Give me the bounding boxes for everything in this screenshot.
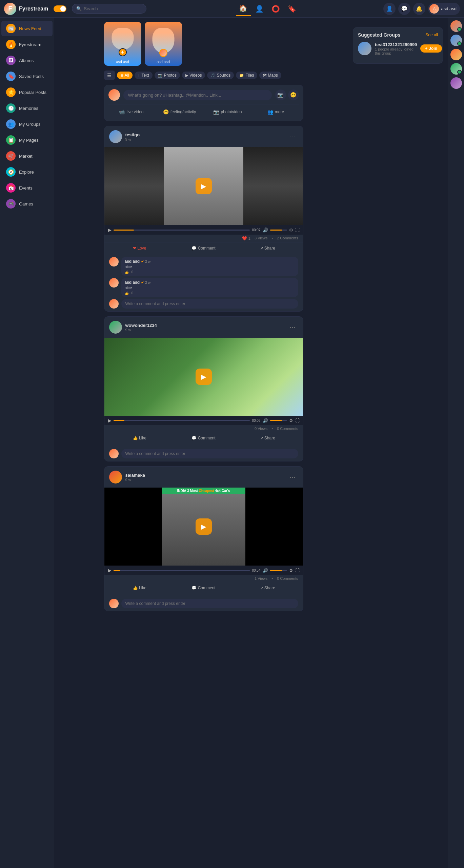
fullscreen-icon-0[interactable]: ⛶ xyxy=(295,228,300,233)
video-controls-2: ▶ 00:54 🔊 ⚙ ⛶ xyxy=(104,566,303,575)
sidebar-item-mygroups[interactable]: 👥 My Groups xyxy=(1,116,53,132)
comment-button-2[interactable]: 💬 Comment xyxy=(172,584,236,592)
filter-videos[interactable]: ▶ Videos xyxy=(182,72,205,79)
filter-files[interactable]: 📁 Files xyxy=(236,72,257,79)
volume-bar-1[interactable] xyxy=(270,420,287,421)
like-button-1[interactable]: 👍 Like xyxy=(108,434,172,442)
comment-likes-count-0-0: 0 xyxy=(132,270,134,274)
fullscreen-icon-2[interactable]: ⛶ xyxy=(295,568,300,573)
sidebar-item-albums[interactable]: 🖼 Albums xyxy=(1,53,53,68)
post-more-button-1[interactable]: ⋯ xyxy=(287,322,298,332)
progress-bar-0[interactable] xyxy=(114,230,250,231)
sg-see-all[interactable]: See all xyxy=(425,33,438,37)
search-bar[interactable]: 🔍 xyxy=(72,4,146,14)
post-video-1[interactable]: ▶ xyxy=(104,338,303,416)
nav-home-button[interactable]: 🏠 xyxy=(236,1,251,16)
filter-sounds[interactable]: 🎵 Sounds xyxy=(207,72,234,79)
comment-like-0-1[interactable]: 👍 xyxy=(125,291,129,295)
games-icon: 🎮 xyxy=(6,199,16,209)
composer-emoji-button[interactable]: 😊 xyxy=(288,90,299,100)
post-more-button-0[interactable]: ⋯ xyxy=(287,132,298,142)
settings-icon-0[interactable]: ⚙ xyxy=(289,228,293,233)
mini-avatar-3[interactable] xyxy=(450,63,462,75)
love-button-0[interactable]: ❤ Love xyxy=(108,244,172,253)
sidebar-item-memories[interactable]: 🕐 Memories xyxy=(1,100,53,116)
post-meta-2: salamaka 9 w xyxy=(125,473,283,482)
share-button-0[interactable]: ↗ Share xyxy=(236,244,300,253)
nav-bookmarks-button[interactable]: 🔖 xyxy=(285,1,300,16)
comment-like-0-0[interactable]: 👍 xyxy=(125,270,129,274)
post-video-0[interactable]: ▶ xyxy=(104,147,303,225)
filter-menu-button[interactable]: ☰ xyxy=(104,71,115,80)
fullscreen-icon-1[interactable]: ⛶ xyxy=(295,418,300,423)
search-input[interactable] xyxy=(84,6,142,11)
composer-more[interactable]: 👥 more xyxy=(253,107,299,117)
nav-explore-button[interactable]: ⭕ xyxy=(268,1,283,16)
composer-photo-video[interactable]: 📷 photo/video xyxy=(205,107,251,117)
sidebar-item-market[interactable]: 🛒 Market xyxy=(1,148,53,164)
volume-icon-1[interactable]: 🔊 xyxy=(263,418,268,423)
volume-bar-2[interactable] xyxy=(270,570,287,571)
progress-bar-1[interactable] xyxy=(114,420,250,421)
mini-avatar-4[interactable] xyxy=(450,77,462,89)
profile-icon-button[interactable]: 👤 xyxy=(383,3,396,15)
sidebar-label-newsfeed: News Feed xyxy=(19,26,41,31)
volume-bar-0[interactable] xyxy=(270,230,287,231)
comment-row-0-1: asd asd ✔ 2 w nice 👍 0 xyxy=(109,278,298,297)
messages-icon-button[interactable]: 💬 xyxy=(398,3,410,15)
share-button-1[interactable]: ↗ Share xyxy=(236,434,300,442)
share-button-2[interactable]: ↗ Share xyxy=(236,584,300,592)
composer-camera-button[interactable]: 📷 xyxy=(275,90,286,100)
post-actions-0: ❤ Love 💬 Comment ↗ Share xyxy=(104,242,303,254)
theme-toggle[interactable] xyxy=(54,5,66,12)
composer-feeling[interactable]: 😊 feeling/activity xyxy=(157,107,203,117)
play-pause-button-2[interactable]: ▶ xyxy=(108,568,112,573)
comment-input-2[interactable] xyxy=(121,599,298,608)
logo-icon: F xyxy=(4,3,16,15)
comment-input-row-2 xyxy=(109,599,298,608)
feeling-icon: 😊 xyxy=(163,109,169,115)
mini-avatar-1[interactable] xyxy=(450,35,462,46)
sidebar-item-games[interactable]: 🎮 Games xyxy=(1,196,53,212)
composer-live-video[interactable]: 📹 live video xyxy=(108,107,155,117)
mini-avatar-0[interactable] xyxy=(450,20,462,32)
nav-friends-button[interactable]: 👤 xyxy=(252,1,267,16)
settings-icon-2[interactable]: ⚙ xyxy=(289,568,293,573)
mini-avatar-2[interactable] xyxy=(450,49,462,60)
volume-icon-0[interactable]: 🔊 xyxy=(263,228,268,233)
post-more-button-2[interactable]: ⋯ xyxy=(287,472,298,482)
story-card-0[interactable]: + asd asd xyxy=(104,22,141,66)
sidebar-item-explore[interactable]: 🧭 Explore xyxy=(1,164,53,180)
sg-join-button-0[interactable]: + Join xyxy=(420,44,442,53)
stories-row: + asd asd asd asd xyxy=(104,22,303,66)
sidebar-item-savedposts[interactable]: 🔖 Saved Posts xyxy=(1,68,53,84)
comment-button-0[interactable]: 💬 Comment xyxy=(172,244,236,253)
play-pause-button-1[interactable]: ▶ xyxy=(108,418,112,423)
notifications-icon-button[interactable]: 🔔 xyxy=(413,3,425,15)
sidebar-item-events[interactable]: 📅 Events xyxy=(1,180,53,196)
sidebar-item-mypages[interactable]: 📋 My Pages xyxy=(1,132,53,148)
like-button-2[interactable]: 👍 Like xyxy=(108,584,172,592)
filter-all[interactable]: ⊞ All xyxy=(117,72,133,79)
user-chip[interactable]: A asd asd xyxy=(428,3,460,15)
play-button-2[interactable]: ▶ xyxy=(196,518,212,535)
story-add-button[interactable]: + xyxy=(119,48,127,56)
story-card-1[interactable]: asd asd xyxy=(145,22,182,66)
filter-photos[interactable]: 📷 Photos xyxy=(155,72,180,79)
sidebar-item-popularposts[interactable]: ⭐ Popular Posts xyxy=(1,84,53,100)
composer-input[interactable] xyxy=(123,90,272,100)
sidebar-item-fyrestream[interactable]: 🔥 Fyrestream xyxy=(1,37,53,52)
comment-input-1[interactable] xyxy=(121,449,298,458)
post-video-2[interactable]: INDIA 3 Most Cheapest 4x4 Car's ▶ xyxy=(104,488,303,566)
volume-icon-2[interactable]: 🔊 xyxy=(263,568,268,573)
progress-bar-2[interactable] xyxy=(114,570,250,571)
settings-icon-1[interactable]: ⚙ xyxy=(289,418,293,423)
comment-button-1[interactable]: 💬 Comment xyxy=(172,434,236,442)
play-pause-button-0[interactable]: ▶ xyxy=(108,227,112,233)
filter-text[interactable]: T Text xyxy=(135,72,153,79)
play-button-0[interactable]: ▶ xyxy=(196,178,212,194)
filter-maps[interactable]: 🗺 Maps xyxy=(259,72,281,79)
sidebar-item-newsfeed[interactable]: 📰 News Feed xyxy=(1,21,53,36)
play-button-1[interactable]: ▶ xyxy=(196,369,212,385)
comment-input-0[interactable] xyxy=(121,299,298,309)
